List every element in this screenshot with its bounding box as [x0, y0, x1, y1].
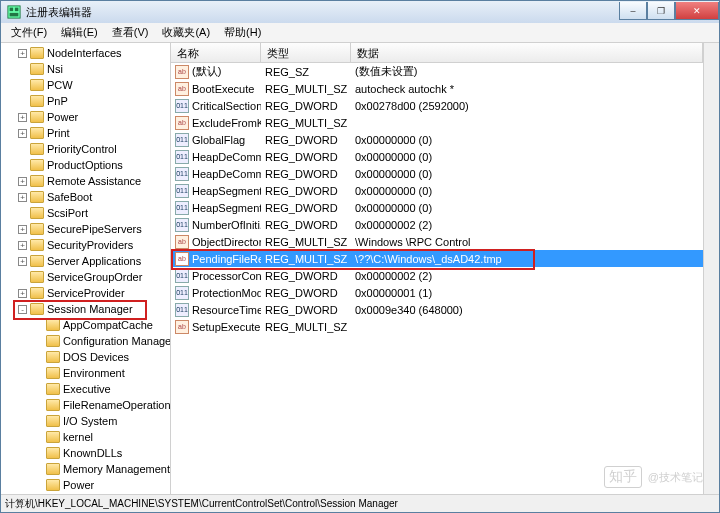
- tree-node[interactable]: DOS Devices: [1, 349, 170, 365]
- tree-node[interactable]: -Session Manager: [1, 301, 170, 317]
- folder-icon: [30, 303, 44, 315]
- value-row[interactable]: abObjectDirector...REG_MULTI_SZ\Windows …: [171, 233, 703, 250]
- tree-node[interactable]: I/O System: [1, 413, 170, 429]
- value-row[interactable]: 011ProtectionModeREG_DWORD0x00000001 (1): [171, 284, 703, 301]
- tree-spacer: [34, 449, 43, 458]
- col-data[interactable]: 数据: [351, 43, 703, 62]
- tree-node[interactable]: +SecurePipeServers: [1, 221, 170, 237]
- tree-label: ScsiPort: [47, 207, 88, 219]
- tree-label: ProductOptions: [47, 159, 123, 171]
- folder-icon: [30, 159, 44, 171]
- menubar: 文件(F) 编辑(E) 查看(V) 收藏夹(A) 帮助(H): [1, 23, 719, 43]
- tree-label: Session Manager: [47, 303, 133, 315]
- value-type: REG_DWORD: [261, 202, 351, 214]
- expand-icon[interactable]: +: [18, 225, 27, 234]
- expand-icon[interactable]: +: [18, 257, 27, 266]
- value-data: 0x0009e340 (648000): [351, 304, 703, 316]
- minimize-button[interactable]: –: [619, 2, 647, 20]
- expand-icon[interactable]: +: [18, 177, 27, 186]
- value-row[interactable]: abBootExecuteREG_MULTI_SZautocheck autoc…: [171, 80, 703, 97]
- col-name[interactable]: 名称: [171, 43, 261, 62]
- tree-node[interactable]: +Print: [1, 125, 170, 141]
- value-name: SetupExecute: [192, 321, 261, 333]
- menu-edit[interactable]: 编辑(E): [55, 23, 104, 42]
- tree-label: Power: [47, 111, 78, 123]
- value-name: (默认): [192, 64, 221, 79]
- value-type: REG_DWORD: [261, 185, 351, 197]
- menu-file[interactable]: 文件(F): [5, 23, 53, 42]
- tree-label: Server Applications: [47, 255, 141, 267]
- tree-node[interactable]: KnownDLLs: [1, 445, 170, 461]
- menu-view[interactable]: 查看(V): [106, 23, 155, 42]
- value-name: ResourceTime...: [192, 304, 261, 316]
- tree-node[interactable]: Environment: [1, 365, 170, 381]
- tree-node[interactable]: PriorityControl: [1, 141, 170, 157]
- maximize-button[interactable]: ❐: [647, 2, 675, 20]
- value-name: NumberOfIniti...: [192, 219, 261, 231]
- tree-node[interactable]: ProductOptions: [1, 157, 170, 173]
- tree-node[interactable]: ScsiPort: [1, 205, 170, 221]
- menu-help[interactable]: 帮助(H): [218, 23, 267, 42]
- tree-node[interactable]: FileRenameOperations: [1, 397, 170, 413]
- tree-node[interactable]: +Remote Assistance: [1, 173, 170, 189]
- value-row[interactable]: 011HeapDeComm...REG_DWORD0x00000000 (0): [171, 165, 703, 182]
- value-row[interactable]: 011CriticalSection...REG_DWORD0x00278d00…: [171, 97, 703, 114]
- tree-node[interactable]: +ServiceProvider: [1, 285, 170, 301]
- tree-spacer: [18, 209, 27, 218]
- value-row[interactable]: ab(默认)REG_SZ(数值未设置): [171, 63, 703, 80]
- value-row[interactable]: 011GlobalFlagREG_DWORD0x00000000 (0): [171, 131, 703, 148]
- tree-node[interactable]: Configuration Manager: [1, 333, 170, 349]
- collapse-icon[interactable]: -: [18, 305, 27, 314]
- value-data: 0x00000000 (0): [351, 168, 703, 180]
- tree-node[interactable]: Power: [1, 477, 170, 493]
- expand-icon[interactable]: +: [18, 113, 27, 122]
- value-type: REG_DWORD: [261, 270, 351, 282]
- value-row[interactable]: abSetupExecuteREG_MULTI_SZ: [171, 318, 703, 335]
- value-type: REG_DWORD: [261, 151, 351, 163]
- value-name: CriticalSection...: [192, 100, 261, 112]
- tree-node[interactable]: +NodeInterfaces: [1, 45, 170, 61]
- value-row[interactable]: 011NumberOfIniti...REG_DWORD0x00000002 (…: [171, 216, 703, 233]
- value-row[interactable]: abPendingFileRe...REG_MULTI_SZ\??\C:\Win…: [171, 250, 703, 267]
- expand-icon[interactable]: +: [18, 241, 27, 250]
- tree-node[interactable]: Nsi: [1, 61, 170, 77]
- value-rows[interactable]: ab(默认)REG_SZ(数值未设置)abBootExecuteREG_MULT…: [171, 63, 703, 494]
- menu-favorites[interactable]: 收藏夹(A): [156, 23, 216, 42]
- expand-icon[interactable]: +: [18, 193, 27, 202]
- value-row[interactable]: 011HeapSegment...REG_DWORD0x00000000 (0): [171, 182, 703, 199]
- tree-node[interactable]: kernel: [1, 429, 170, 445]
- expand-icon[interactable]: +: [18, 289, 27, 298]
- tree-spacer: [34, 417, 43, 426]
- folder-icon: [30, 79, 44, 91]
- string-value-icon: ab: [175, 235, 189, 249]
- value-row[interactable]: 011HeapDeComm...REG_DWORD0x00000000 (0): [171, 148, 703, 165]
- tree-node[interactable]: +SecurityProviders: [1, 237, 170, 253]
- key-tree[interactable]: +NodeInterfacesNsiPCWPnP+Power+PrintPrio…: [1, 43, 171, 494]
- close-button[interactable]: ✕: [675, 2, 719, 20]
- value-row[interactable]: 011ProcessorCont...REG_DWORD0x00000002 (…: [171, 267, 703, 284]
- tree-node[interactable]: PnP: [1, 93, 170, 109]
- string-value-icon: ab: [175, 65, 189, 79]
- folder-icon: [30, 223, 44, 235]
- tree-label: Print: [47, 127, 70, 139]
- expand-icon[interactable]: +: [18, 49, 27, 58]
- col-type[interactable]: 类型: [261, 43, 351, 62]
- tree-node[interactable]: +Power: [1, 109, 170, 125]
- tree-node[interactable]: +Server Applications: [1, 253, 170, 269]
- value-row[interactable]: abExcludeFromK...REG_MULTI_SZ: [171, 114, 703, 131]
- tree-node[interactable]: PCW: [1, 77, 170, 93]
- tree-node[interactable]: +SafeBoot: [1, 189, 170, 205]
- expand-icon[interactable]: +: [18, 129, 27, 138]
- tree-node[interactable]: AppCompatCache: [1, 317, 170, 333]
- value-data: 0x00000002 (2): [351, 219, 703, 231]
- tree-node[interactable]: Executive: [1, 381, 170, 397]
- tree-node[interactable]: ServiceGroupOrder: [1, 269, 170, 285]
- value-row[interactable]: 011HeapSegment...REG_DWORD0x00000000 (0): [171, 199, 703, 216]
- folder-icon: [30, 239, 44, 251]
- tree-node[interactable]: Memory Management: [1, 461, 170, 477]
- vertical-scrollbar[interactable]: [703, 43, 719, 494]
- value-row[interactable]: 011ResourceTime...REG_DWORD0x0009e340 (6…: [171, 301, 703, 318]
- folder-icon: [30, 175, 44, 187]
- tree-label: Nsi: [47, 63, 63, 75]
- value-name: ProtectionMode: [192, 287, 261, 299]
